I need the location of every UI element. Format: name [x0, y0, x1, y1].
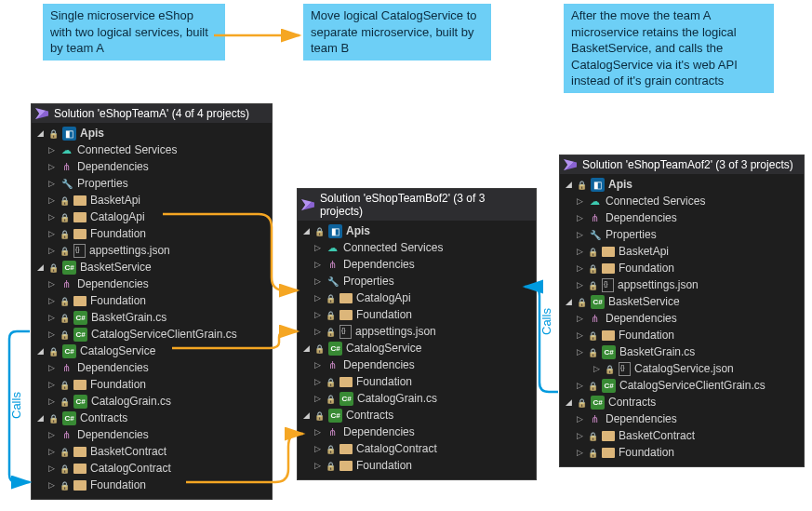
- chevron-right-icon[interactable]: [313, 310, 322, 319]
- tree-item[interactable]: Dependencies: [33, 426, 268, 443]
- tree-item[interactable]: Contracts: [33, 410, 268, 426]
- tree-item[interactable]: BasketGrain.cs: [562, 343, 800, 360]
- chevron-right-icon[interactable]: [313, 427, 322, 437]
- tree-item[interactable]: CatalogApi: [33, 208, 268, 225]
- chevron-right-icon[interactable]: [313, 360, 322, 370]
- chevron-down-icon[interactable]: [35, 413, 45, 423]
- tree-item[interactable]: Connected Services: [562, 193, 800, 209]
- tree-item[interactable]: Properties: [300, 273, 532, 289]
- chevron-right-icon[interactable]: [47, 246, 56, 255]
- tree-item[interactable]: Properties: [33, 175, 268, 192]
- tree-item[interactable]: appsettings.json: [300, 323, 532, 340]
- tree-item[interactable]: Apis: [562, 176, 800, 193]
- chevron-right-icon[interactable]: [575, 196, 584, 206]
- tree-item[interactable]: Foundation: [33, 376, 268, 393]
- chevron-right-icon[interactable]: [313, 243, 322, 252]
- chevron-right-icon[interactable]: [47, 296, 56, 305]
- chevron-down-icon[interactable]: [301, 410, 311, 420]
- chevron-down-icon[interactable]: [35, 262, 45, 272]
- chevron-down-icon[interactable]: [35, 128, 45, 138]
- tree-item[interactable]: CatalogApi: [300, 289, 532, 306]
- chevron-right-icon[interactable]: [47, 179, 56, 188]
- chevron-right-icon[interactable]: [313, 293, 322, 303]
- chevron-right-icon[interactable]: [575, 347, 584, 356]
- tree-item[interactable]: BasketService: [562, 293, 800, 310]
- tree-item[interactable]: BasketContract: [33, 443, 268, 460]
- tree-item[interactable]: appsettings.json: [33, 242, 268, 259]
- chevron-right-icon[interactable]: [47, 229, 56, 238]
- chevron-right-icon[interactable]: [575, 448, 584, 457]
- chevron-right-icon[interactable]: [313, 394, 322, 403]
- chevron-right-icon[interactable]: [47, 480, 56, 490]
- tree-item[interactable]: Connected Services: [300, 239, 532, 256]
- chevron-down-icon[interactable]: [564, 297, 573, 306]
- chevron-right-icon[interactable]: [592, 364, 601, 373]
- tree-item[interactable]: Foundation: [300, 373, 532, 390]
- tree-item[interactable]: Foundation: [562, 260, 800, 276]
- tree-item[interactable]: CatalogService: [33, 343, 268, 359]
- chevron-right-icon[interactable]: [47, 397, 56, 406]
- tree-item[interactable]: BasketGrain.cs: [33, 309, 268, 326]
- tree-item[interactable]: BasketService: [33, 259, 268, 276]
- tree-item[interactable]: Foundation: [33, 292, 268, 309]
- chevron-right-icon[interactable]: [575, 330, 584, 340]
- tree-item[interactable]: CatalogService: [300, 340, 532, 356]
- chevron-right-icon[interactable]: [47, 212, 56, 222]
- tree-item[interactable]: Contracts: [300, 407, 532, 424]
- chevron-right-icon[interactable]: [47, 162, 56, 171]
- tree-item[interactable]: Dependencies: [562, 310, 800, 327]
- chevron-right-icon[interactable]: [47, 329, 56, 339]
- chevron-down-icon[interactable]: [301, 226, 311, 235]
- chevron-right-icon[interactable]: [575, 230, 584, 239]
- tree-item[interactable]: CatalogService.json: [562, 360, 800, 377]
- tree-item[interactable]: Apis: [33, 125, 268, 141]
- chevron-right-icon[interactable]: [313, 327, 322, 336]
- chevron-right-icon[interactable]: [575, 431, 584, 440]
- chevron-down-icon[interactable]: [564, 397, 573, 407]
- chevron-right-icon[interactable]: [313, 444, 322, 453]
- solution-tree[interactable]: ApisConnected ServicesDependenciesProper…: [298, 221, 536, 476]
- tree-item[interactable]: Dependencies: [33, 359, 268, 376]
- tree-item[interactable]: Dependencies: [562, 209, 800, 226]
- chevron-right-icon[interactable]: [47, 313, 56, 322]
- chevron-right-icon[interactable]: [47, 430, 56, 439]
- tree-item[interactable]: CatalogGrain.cs: [33, 393, 268, 410]
- tree-item[interactable]: Connected Services: [33, 141, 268, 158]
- chevron-right-icon[interactable]: [575, 381, 584, 390]
- chevron-right-icon[interactable]: [313, 461, 322, 470]
- tree-item[interactable]: BasketContract: [562, 427, 800, 444]
- chevron-right-icon[interactable]: [575, 314, 584, 323]
- solution-tree[interactable]: ApisConnected ServicesDependenciesProper…: [32, 123, 272, 495]
- tree-item[interactable]: Foundation: [562, 444, 800, 461]
- tree-item[interactable]: BasketApi: [562, 243, 800, 260]
- chevron-right-icon[interactable]: [313, 377, 322, 386]
- chevron-right-icon[interactable]: [47, 447, 56, 456]
- tree-item[interactable]: Foundation: [300, 306, 532, 323]
- tree-item[interactable]: Foundation: [33, 477, 268, 493]
- tree-item[interactable]: CatalogServiceClientGrain.cs: [562, 377, 800, 394]
- chevron-right-icon[interactable]: [575, 213, 584, 222]
- tree-item[interactable]: CatalogContract: [33, 460, 268, 477]
- chevron-right-icon[interactable]: [47, 363, 56, 372]
- tree-item[interactable]: Foundation: [33, 225, 268, 242]
- chevron-right-icon[interactable]: [313, 276, 322, 286]
- chevron-right-icon[interactable]: [575, 414, 584, 424]
- tree-item[interactable]: Dependencies: [300, 256, 532, 273]
- chevron-right-icon[interactable]: [575, 280, 584, 289]
- tree-item[interactable]: Apis: [300, 222, 532, 239]
- tree-item[interactable]: CatalogGrain.cs: [300, 390, 532, 407]
- tree-item[interactable]: Contracts: [562, 394, 800, 410]
- tree-item[interactable]: appsettings.json: [562, 276, 800, 293]
- tree-item[interactable]: Foundation: [300, 457, 532, 474]
- chevron-right-icon[interactable]: [313, 260, 322, 269]
- tree-item[interactable]: Dependencies: [300, 424, 532, 440]
- chevron-right-icon[interactable]: [47, 464, 56, 473]
- tree-item[interactable]: Properties: [562, 226, 800, 243]
- tree-item[interactable]: BasketApi: [33, 192, 268, 208]
- tree-item[interactable]: Dependencies: [33, 158, 268, 175]
- chevron-right-icon[interactable]: [47, 195, 56, 205]
- chevron-right-icon[interactable]: [47, 279, 56, 289]
- tree-item[interactable]: CatalogServiceClientGrain.cs: [33, 326, 268, 343]
- chevron-right-icon[interactable]: [47, 145, 56, 155]
- chevron-right-icon[interactable]: [575, 263, 584, 273]
